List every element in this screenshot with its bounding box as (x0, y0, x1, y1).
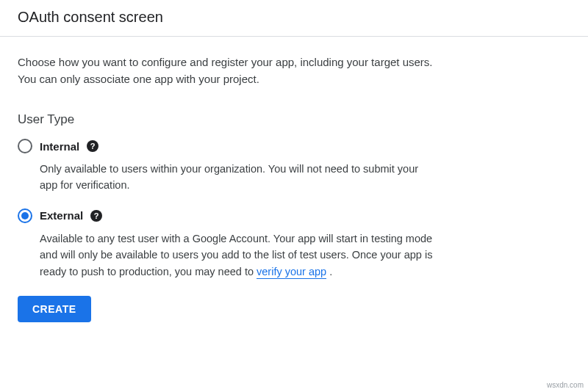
radio-option-internal: Internal ? Only available to users withi… (18, 139, 438, 194)
watermark: wsxdn.com (547, 381, 584, 389)
radio-label-internal: Internal (40, 140, 79, 153)
create-button[interactable]: CREATE (18, 296, 91, 322)
user-type-heading: User Type (18, 112, 438, 127)
verify-your-app-link[interactable]: verify your app (257, 266, 326, 279)
content: Choose how you want to configure and reg… (0, 37, 456, 322)
radio-external[interactable] (18, 208, 32, 223)
radio-row-external[interactable]: External ? (18, 208, 438, 223)
page-title: OAuth consent screen (18, 9, 570, 26)
page-header: OAuth consent screen (0, 0, 588, 37)
help-icon[interactable]: ? (90, 210, 102, 222)
external-desc-suffix: . (326, 266, 332, 277)
internal-description: Only available to users within your orga… (40, 161, 438, 194)
radio-row-internal[interactable]: Internal ? (18, 139, 438, 153)
radio-internal[interactable] (18, 139, 32, 153)
radio-option-external: External ? Available to any test user wi… (18, 208, 438, 280)
external-description: Available to any test user with a Google… (40, 231, 438, 280)
radio-label-external: External (40, 209, 83, 222)
help-icon[interactable]: ? (87, 140, 98, 152)
intro-text: Choose how you want to configure and reg… (18, 54, 438, 87)
external-desc-prefix: Available to any test user with a Google… (40, 233, 432, 277)
user-type-radio-group: Internal ? Only available to users withi… (18, 139, 438, 280)
